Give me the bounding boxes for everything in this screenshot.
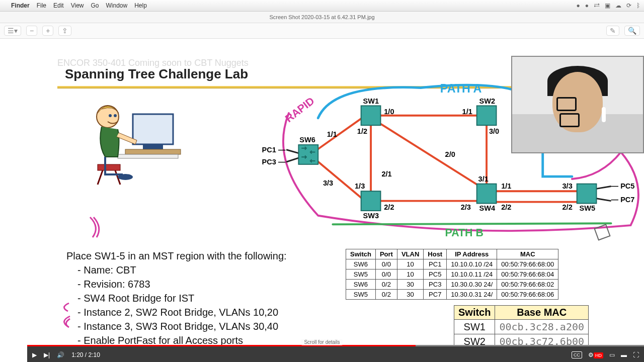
svg-point-6 [114, 114, 117, 117]
zoom-out-button[interactable]: − [26, 26, 37, 36]
svg-text:1/3: 1/3 [355, 182, 365, 190]
svg-rect-28 [477, 106, 497, 125]
svg-text:3/0: 3/0 [489, 127, 499, 135]
volume-button[interactable]: 🔊 [57, 351, 64, 358]
table-row: SW60/010PC110.10.0.10 /2400:50:79:66:68:… [346, 259, 558, 269]
th: Switch [346, 249, 376, 259]
svg-text:2/1: 2/1 [381, 170, 391, 178]
th: Port [375, 249, 397, 259]
table-row: SW60/230PC310.30.0.30 24/00:50:79:66:68:… [346, 280, 558, 290]
zoom-in-button[interactable]: + [42, 26, 53, 36]
svg-line-8 [98, 170, 103, 185]
slide-title: Spanning Tree Challenge Lab [65, 66, 248, 82]
instr-line: - Name: CBT [66, 263, 287, 277]
svg-rect-30 [361, 191, 381, 211]
switch-sw2: SW2 [477, 97, 497, 126]
svg-line-22 [596, 187, 611, 189]
preview-toolbar: ☰▾ − + ⇪ ✎ 🔍 [0, 23, 644, 39]
instr-line: - Revision: 6783 [66, 277, 287, 291]
host-table: Switch Port VLAN Host IP Address MAC SW6… [346, 249, 558, 300]
svg-text:2/3: 2/3 [461, 203, 471, 211]
bluetooth-icon[interactable]: ᛒ [636, 2, 640, 9]
theater-button[interactable]: ▬ [621, 351, 627, 358]
th: Switch [454, 306, 495, 320]
svg-text:SW6: SW6 [299, 136, 315, 144]
wifi-icon[interactable]: ⮂ [594, 2, 600, 9]
svg-rect-2 [125, 149, 181, 154]
menubar-item[interactable]: Go [91, 2, 99, 9]
path-b-label: PATH B [445, 227, 484, 239]
svg-text:2/2: 2/2 [501, 203, 511, 211]
svg-line-11 [286, 150, 298, 153]
scroll-hint: Scroll for details [301, 339, 343, 345]
instr-line: - Instance 3, SW3 Root Bridge, VLANs 30,… [66, 319, 287, 333]
svg-point-10 [118, 174, 133, 180]
sync-icon[interactable]: ⟳ [626, 2, 631, 9]
instr-head: Place SW1-5 in an MST region with the fo… [66, 249, 287, 263]
miniplayer-button[interactable]: ▭ [609, 351, 615, 358]
switch-sw6: SW6 [298, 136, 318, 164]
webcam-overlay [511, 56, 644, 153]
svg-line-12 [286, 158, 298, 162]
pc1-label: PC1 — [262, 146, 286, 154]
svg-rect-32 [477, 184, 497, 204]
window-titlebar[interactable]: Screen Shot 2020-03-15 at 6.42.31 PM.jpg [0, 12, 644, 23]
video-controls: ▶ ▶| 🔊 1:20 / 2:10 CC ⚙HD ▭ ▬ ⛶ [27, 346, 644, 362]
th: IP Address [447, 249, 497, 259]
switch-sw4: SW4 [477, 184, 497, 212]
switch-sw3: SW3 [361, 191, 381, 219]
menubar-app[interactable]: Finder [11, 2, 30, 9]
window-title: Screen Shot 2020-03-15 at 6.42.31 PM.jpg [269, 14, 374, 20]
menubar-item[interactable]: Window [106, 2, 128, 9]
table-row: SW50/010PC510.10.0.11 /2400:50:79:66:68:… [346, 269, 558, 280]
svg-rect-1 [143, 144, 163, 149]
svg-text:SW3: SW3 [363, 212, 379, 220]
cloud-icon[interactable]: ☁ [615, 2, 621, 9]
status-dot-icon: ● [577, 2, 580, 9]
svg-text:3/1: 3/1 [478, 175, 489, 183]
menubar-item[interactable]: View [71, 2, 84, 9]
display-icon[interactable]: ▣ [605, 2, 610, 9]
status-dot-icon: ● [585, 2, 589, 9]
svg-line-13 [317, 118, 362, 150]
table-row: SW100cb.3c28.a200 [454, 320, 589, 334]
svg-rect-34 [577, 184, 597, 204]
pc7-label: — PC7 [611, 196, 635, 204]
instr-line: - Instance 2, SW2 Root Bridge, VLANs 10,… [66, 305, 287, 319]
instr-line: - SW4 Root Bridge for IST [66, 291, 287, 305]
menubar-item[interactable]: Edit [53, 2, 64, 9]
rapid-label: RAPID [283, 95, 316, 125]
macos-menubar[interactable]: Finder File Edit View Go Window Help ● ●… [0, 0, 644, 12]
th: MAC [497, 249, 558, 259]
next-button[interactable]: ▶| [44, 351, 50, 358]
switch-sw5: SW5 [577, 184, 597, 212]
play-button[interactable]: ▶ [32, 351, 37, 358]
svg-text:1/0: 1/0 [384, 108, 394, 116]
svg-text:SW4: SW4 [479, 204, 496, 212]
svg-text:2/2: 2/2 [384, 203, 394, 211]
svg-text:1/1: 1/1 [327, 130, 337, 138]
svg-text:2/0: 2/0 [445, 150, 455, 158]
path-a-label: PATH A [440, 82, 482, 95]
menubar-item[interactable]: Help [134, 2, 147, 9]
sidebar-toggle-button[interactable]: ☰▾ [4, 26, 21, 36]
switch-sw1: SW1 [361, 97, 381, 126]
markup-button[interactable]: ✎ [606, 26, 619, 36]
search-button[interactable]: 🔍 [624, 26, 640, 36]
menubar-item[interactable]: File [37, 2, 46, 9]
svg-rect-7 [98, 164, 120, 170]
fullscreen-button[interactable]: ⛶ [633, 351, 639, 358]
pc5-label: — PC5 [611, 182, 635, 190]
svg-text:SW2: SW2 [479, 97, 496, 105]
svg-text:SW1: SW1 [363, 97, 379, 105]
cc-button[interactable]: CC [572, 351, 582, 358]
svg-text:1/2: 1/2 [357, 127, 367, 135]
table-row: SW50/230PC710.30.0.31 24/00:50:79:66:68:… [346, 290, 558, 300]
th: VLAN [397, 249, 423, 259]
settings-gear-icon[interactable]: ⚙HD [588, 351, 603, 358]
th: Host [424, 249, 447, 259]
svg-rect-26 [361, 106, 381, 125]
video-frame: ENCOR 350-401 Coming soon to CBT Nuggets… [0, 39, 644, 362]
share-button[interactable]: ⇪ [58, 26, 71, 36]
svg-point-5 [109, 114, 112, 117]
